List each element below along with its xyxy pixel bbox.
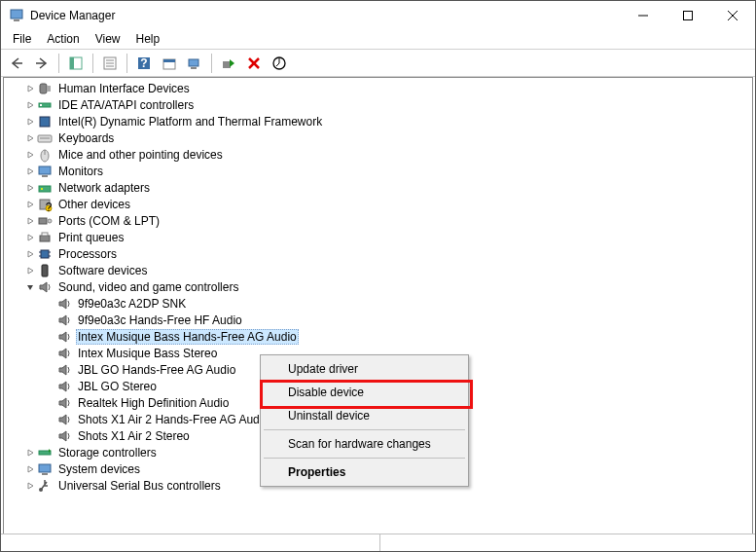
tree-category[interactable]: Network adapters xyxy=(4,179,752,196)
svg-rect-42 xyxy=(40,236,50,241)
svg-rect-20 xyxy=(223,61,231,68)
svg-rect-1 xyxy=(14,19,19,21)
kbd-icon xyxy=(37,130,53,146)
scan-hardware-button[interactable] xyxy=(183,53,206,74)
svg-rect-27 xyxy=(40,104,42,106)
menu-action[interactable]: Action xyxy=(39,30,87,49)
expand-icon[interactable] xyxy=(23,231,37,244)
tree-category[interactable]: Human Interface Devices xyxy=(4,80,752,96)
speaker-icon xyxy=(56,428,72,444)
expand-icon[interactable] xyxy=(23,264,37,277)
expand-icon[interactable] xyxy=(23,214,37,228)
svg-rect-44 xyxy=(41,250,49,258)
stor-icon xyxy=(37,445,53,460)
speaker-icon xyxy=(56,379,72,394)
properties-button[interactable] xyxy=(98,53,122,74)
tree-device-label: JBL GO Stereo xyxy=(76,380,159,393)
ctx-update-driver[interactable]: Update driver xyxy=(263,357,466,381)
tree-category-label: Ports (COM & LPT) xyxy=(56,214,162,228)
expand-icon[interactable] xyxy=(23,98,37,112)
svg-rect-0 xyxy=(11,10,22,18)
expand-icon[interactable] xyxy=(23,181,37,195)
tree-device[interactable]: 9f9e0a3c A2DP SNK xyxy=(4,295,752,312)
tree-category-label: Keyboards xyxy=(56,131,116,145)
back-button[interactable] xyxy=(5,53,28,74)
svg-rect-17 xyxy=(163,59,175,62)
expand-icon[interactable] xyxy=(23,462,37,476)
toolbar-divider xyxy=(211,54,212,73)
expand-icon[interactable] xyxy=(23,82,37,95)
other-icon: ? xyxy=(37,197,53,212)
svg-rect-25 xyxy=(48,86,51,92)
close-button[interactable] xyxy=(710,1,755,30)
tree-category-label: Monitors xyxy=(56,165,105,178)
svg-rect-33 xyxy=(39,166,51,174)
collapse-icon[interactable] xyxy=(23,280,37,294)
ctx-divider xyxy=(264,458,465,459)
action-button[interactable] xyxy=(158,53,181,74)
svg-rect-49 xyxy=(42,265,48,276)
tree-category[interactable]: Processors xyxy=(4,245,752,262)
tree-category[interactable]: ?Other devices xyxy=(4,196,752,212)
tree-category[interactable]: Sound, video and game controllers xyxy=(4,278,752,295)
expand-icon[interactable] xyxy=(23,148,37,162)
tree-device[interactable]: 9f9e0a3c Hands-Free HF Audio xyxy=(4,312,752,328)
snd-icon xyxy=(37,279,53,295)
tree-device-label: Intex Musique Bass Hands-Free AG Audio xyxy=(76,329,299,345)
expand-icon[interactable] xyxy=(23,131,37,145)
tree-category[interactable]: Monitors xyxy=(4,163,752,179)
tree-category-label: System devices xyxy=(56,462,142,476)
intel-icon xyxy=(37,114,53,129)
tree-device[interactable]: Intex Musique Bass Hands-Free AG Audio xyxy=(4,328,752,345)
show-hide-button[interactable] xyxy=(64,53,88,74)
update-driver-button[interactable] xyxy=(268,53,291,74)
tree-device-label: Realtek High Definition Audio xyxy=(76,396,231,410)
expand-icon[interactable] xyxy=(23,115,37,129)
maximize-button[interactable] xyxy=(666,1,710,30)
ctx-uninstall-device[interactable]: Uninstall device xyxy=(263,404,466,427)
tree-device-label: Shots X1 Air 2 Stereo xyxy=(76,429,192,443)
speaker-icon xyxy=(56,395,72,411)
menu-view[interactable]: View xyxy=(88,30,128,49)
ctx-properties[interactable]: Properties xyxy=(263,460,466,484)
toolbar: ? xyxy=(1,50,755,77)
svg-rect-40 xyxy=(39,218,47,224)
ctx-disable-device[interactable]: Disable device xyxy=(263,381,466,404)
expand-icon[interactable] xyxy=(23,198,37,211)
tree-category[interactable]: Ports (COM & LPT) xyxy=(4,212,752,229)
svg-rect-52 xyxy=(42,473,48,475)
context-menu: Update driver Disable device Uninstall d… xyxy=(260,354,469,487)
expand-icon[interactable] xyxy=(23,446,37,460)
uninstall-button[interactable] xyxy=(242,53,266,74)
tree-category[interactable]: Mice and other pointing devices xyxy=(4,146,752,163)
tree-category[interactable]: Software devices xyxy=(4,262,752,278)
cpu-icon xyxy=(37,246,53,262)
expand-icon[interactable] xyxy=(23,165,37,178)
app-icon xyxy=(9,8,24,23)
forward-button[interactable] xyxy=(30,53,54,74)
tree-category-label: Human Interface Devices xyxy=(56,82,192,95)
tree-category[interactable]: Intel(R) Dynamic Platform and Thermal Fr… xyxy=(4,113,752,129)
tree-category-label: Sound, video and game controllers xyxy=(56,280,240,294)
svg-rect-34 xyxy=(42,175,48,177)
tree-device-label: Intex Musique Bass Stereo xyxy=(76,347,219,360)
menu-file[interactable]: File xyxy=(5,30,39,49)
menubar: File Action View Help xyxy=(1,30,755,50)
ide-icon xyxy=(37,97,53,113)
tree-category[interactable]: IDE ATA/ATAPI controllers xyxy=(4,96,752,113)
tree-category-label: Processors xyxy=(56,247,119,261)
tree-category[interactable]: Print queues xyxy=(4,229,752,245)
ctx-scan-hardware[interactable]: Scan for hardware changes xyxy=(263,432,466,456)
menu-help[interactable]: Help xyxy=(128,30,168,49)
svg-rect-9 xyxy=(70,57,74,69)
status-bar xyxy=(1,534,755,551)
tree-category-label: Storage controllers xyxy=(56,446,159,460)
help-button[interactable]: ? xyxy=(132,53,156,74)
expand-icon[interactable] xyxy=(23,247,37,261)
expand-icon[interactable] xyxy=(23,479,37,493)
speaker-icon xyxy=(56,296,72,312)
tree-category[interactable]: Keyboards xyxy=(4,129,752,146)
minimize-button[interactable] xyxy=(621,1,666,30)
enable-button[interactable] xyxy=(217,53,240,74)
svg-rect-43 xyxy=(42,233,48,236)
